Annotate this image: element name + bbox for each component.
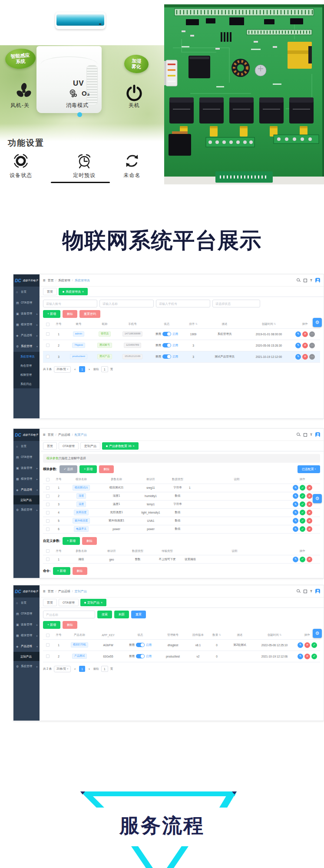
sidebar-item-product-ops[interactable]: ◈产品运维▾ — [13, 641, 40, 652]
search-icon[interactable] — [297, 589, 301, 593]
function-device-status[interactable]: 设备状态 — [10, 152, 32, 179]
status-toggle[interactable] — [162, 354, 171, 359]
tab-ota[interactable]: OTA管理 — [59, 442, 79, 450]
edit-button[interactable] — [298, 642, 303, 648]
delete-row-button[interactable] — [307, 557, 312, 562]
status-toggle[interactable] — [136, 654, 145, 658]
confirm-button[interactable] — [300, 557, 305, 562]
row-checkbox[interactable] — [46, 643, 50, 647]
config-button[interactable] — [311, 654, 317, 659]
status-toggle[interactable] — [136, 643, 145, 647]
select-all-checkbox[interactable] — [46, 323, 50, 326]
font-size-icon[interactable] — [310, 433, 312, 437]
tab-ota[interactable]: OTA管理 — [59, 599, 79, 606]
goto-page-input[interactable] — [101, 366, 108, 372]
refresh-button[interactable]: 刷新 — [114, 611, 129, 618]
confirm-button[interactable] — [300, 526, 305, 532]
fullscreen-icon[interactable] — [304, 433, 307, 437]
row-checkbox[interactable] — [46, 527, 50, 531]
row-checkbox[interactable] — [46, 494, 50, 498]
confirm-button[interactable] — [300, 485, 305, 491]
prev-page-button[interactable]: ‹ — [73, 367, 77, 371]
sidebar-item-ota[interactable]: ▤OTA管理 — [13, 297, 40, 308]
avatar[interactable] — [315, 278, 320, 283]
function-timer-preset[interactable]: 定时预设 — [73, 152, 96, 179]
sidebar-item-devices[interactable]: ▣设备管理▸ — [13, 308, 40, 319]
sidebar-subitem-permissions[interactable]: 权限管理 — [13, 370, 40, 379]
sidebar-item-modules[interactable]: ▦模块管理▸ — [13, 319, 40, 330]
name-filter-input[interactable] — [99, 300, 154, 307]
confirm-button[interactable] — [300, 510, 305, 515]
edit-button[interactable] — [293, 518, 298, 524]
menu-toggle-icon[interactable]: ≡ — [43, 589, 46, 594]
status-toggle[interactable] — [162, 343, 171, 347]
row-checkbox[interactable] — [46, 519, 50, 523]
tab-custom-products[interactable]: 定制产品 — [80, 442, 100, 450]
row-checkbox[interactable] — [46, 332, 50, 336]
row-checkbox[interactable] — [46, 355, 50, 358]
edit-button[interactable] — [293, 501, 298, 507]
edit-button[interactable] — [293, 485, 298, 491]
tab-home[interactable]: 首页 — [43, 288, 57, 295]
avatar[interactable] — [315, 589, 320, 594]
select-button[interactable]: ✓ 选择 — [60, 465, 78, 473]
sidebar-item-home[interactable]: ⌂首页 — [13, 287, 40, 297]
add-button[interactable]: + 新增 — [63, 537, 80, 545]
tab-active-param-config[interactable]: 产品参数配置 36× — [102, 442, 139, 450]
goto-page-input[interactable] — [101, 666, 108, 672]
delete-button[interactable]: 删除 — [63, 310, 77, 318]
selected-config-button[interactable]: 已选配置 › — [298, 465, 320, 473]
config-button[interactable] — [311, 642, 317, 648]
edit-button[interactable] — [293, 493, 298, 499]
add-button[interactable]: + 新增 — [43, 621, 60, 629]
edit-button[interactable] — [295, 343, 301, 348]
sidebar-item-system[interactable]: ⚙系统管理▾ — [13, 341, 40, 352]
fullscreen-icon[interactable] — [304, 590, 307, 593]
row-checkbox[interactable] — [46, 344, 50, 347]
row-checkbox[interactable] — [46, 503, 50, 506]
edit-button[interactable] — [293, 510, 298, 515]
prev-page-button[interactable]: ‹ — [73, 667, 77, 671]
reset-password-button[interactable]: 重置密码 — [79, 310, 100, 318]
delete-row-button[interactable] — [307, 493, 312, 499]
gear-float-button[interactable]: ⚙ — [313, 629, 322, 638]
delete-row-button[interactable] — [304, 642, 310, 648]
delete-row-button[interactable] — [307, 510, 312, 515]
sidebar-subitem-roles[interactable]: 角色管理 — [13, 361, 40, 370]
close-icon[interactable]: × — [133, 444, 135, 447]
sidebar-item-system[interactable]: ⚙系统管理▸ — [13, 504, 40, 515]
tab-home[interactable]: 首页 — [43, 599, 57, 606]
gear-float-button[interactable]: ⚙ — [313, 494, 322, 503]
page-number[interactable]: 1 — [79, 366, 85, 372]
close-icon[interactable]: × — [101, 601, 102, 604]
delete-button[interactable]: 删除 — [82, 537, 97, 545]
sidebar-item-ota[interactable]: ▤OTA管理 — [13, 452, 40, 463]
edit-button[interactable] — [293, 557, 298, 562]
next-page-button[interactable]: › — [87, 367, 91, 371]
add-button[interactable]: + 新增 — [79, 465, 97, 473]
row-checkbox[interactable] — [46, 511, 50, 514]
more-button[interactable] — [309, 354, 315, 360]
edit-button[interactable] — [295, 331, 301, 337]
menu-toggle-icon[interactable]: ≡ — [43, 433, 46, 437]
sidebar-item-home[interactable]: ⌂首页 — [13, 598, 40, 608]
delete-row-button[interactable] — [302, 331, 308, 337]
page-size-select[interactable]: 20条/页 — [54, 366, 71, 373]
page-size-select[interactable]: 20条/页 — [54, 666, 71, 672]
sidebar-subitem-logs[interactable]: 系统日志 — [13, 379, 40, 388]
delete-button[interactable]: 删除 — [73, 567, 87, 575]
sidebar-item-product-ops[interactable]: ◈产品运维▸ — [13, 330, 40, 341]
sidebar-item-ota[interactable]: ▤OTA管理 — [13, 608, 40, 619]
sidebar-item-devices[interactable]: ▣设备管理▸ — [13, 619, 40, 630]
search-button[interactable]: 搜索 — [97, 611, 112, 618]
menu-toggle-icon[interactable]: ≡ — [43, 278, 46, 283]
delete-row-button[interactable] — [302, 354, 308, 360]
tab-home[interactable]: 首页 — [43, 442, 57, 450]
reset-button[interactable]: 重置 — [131, 611, 146, 618]
edit-button[interactable] — [293, 526, 298, 532]
next-page-button[interactable]: › — [87, 667, 91, 671]
page-number[interactable]: 1 — [79, 666, 85, 672]
sidebar-subitem-custom-products[interactable]: 定制产品 — [13, 652, 40, 661]
row-checkbox[interactable] — [46, 486, 50, 490]
sidebar-item-devices[interactable]: ▣设备管理▸ — [13, 463, 40, 474]
